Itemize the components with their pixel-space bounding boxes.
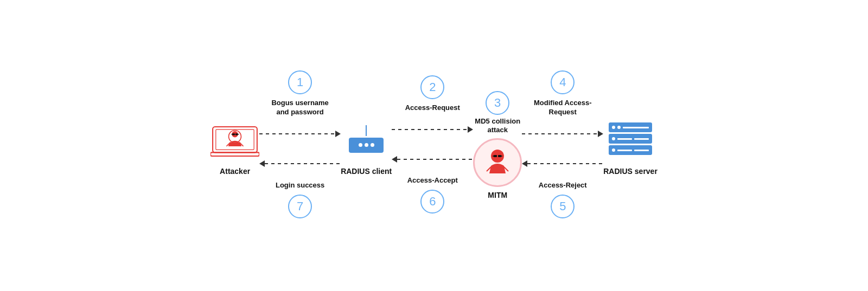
radius-server-label: RADIUS server <box>603 166 658 176</box>
mitm-icon <box>473 138 522 187</box>
radius-client-node: RADIUS client <box>341 114 392 176</box>
step-3-label: MD5 collisionattack <box>475 117 520 135</box>
step-5-label: Access-Reject <box>539 181 587 190</box>
svg-rect-6 <box>235 134 238 135</box>
radius-server-icon <box>606 114 655 163</box>
step-6-label: Access-Accept <box>407 176 458 185</box>
radius-client-icon <box>342 114 391 163</box>
svg-rect-13 <box>498 155 501 157</box>
connector-4-5: 4 Modified Access-Request Access-Reject … <box>522 70 603 221</box>
step-7-bubble: 7 <box>288 195 312 218</box>
mitm-node: 3 MD5 collisionattack MITM <box>473 91 522 201</box>
step-3-bubble: 3 <box>486 91 509 115</box>
attacker-node: Attacker <box>210 114 259 176</box>
step-6-bubble: 6 <box>420 190 444 214</box>
step-1-bubble: 1 <box>288 70 312 94</box>
radius-server-node: RADIUS server <box>603 114 658 176</box>
step-7-label: Login success <box>276 181 324 190</box>
connector-1-7: 1 Bogus usernameand password Login succe… <box>259 70 341 221</box>
mitm-label: MITM <box>488 190 507 200</box>
step-4-bubble: 4 <box>551 70 575 94</box>
connector-2-6: 2 Access-Request Access-Accept 6 <box>392 75 473 216</box>
step-5-bubble: 5 <box>551 195 575 218</box>
attacker-label: Attacker <box>220 166 250 176</box>
svg-rect-5 <box>232 134 235 135</box>
attack-diagram: Attacker 1 Bogus usernameand password Lo… <box>27 70 841 221</box>
attacker-icon <box>210 114 259 163</box>
svg-rect-2 <box>210 153 259 157</box>
step-2-label: Access-Request <box>405 104 460 113</box>
svg-rect-12 <box>494 155 497 157</box>
step-1-label: Bogus usernameand password <box>271 99 328 117</box>
radius-client-label: RADIUS client <box>341 166 392 176</box>
step-2-bubble: 2 <box>420 75 444 99</box>
step-4-label: Modified Access-Request <box>534 99 591 117</box>
